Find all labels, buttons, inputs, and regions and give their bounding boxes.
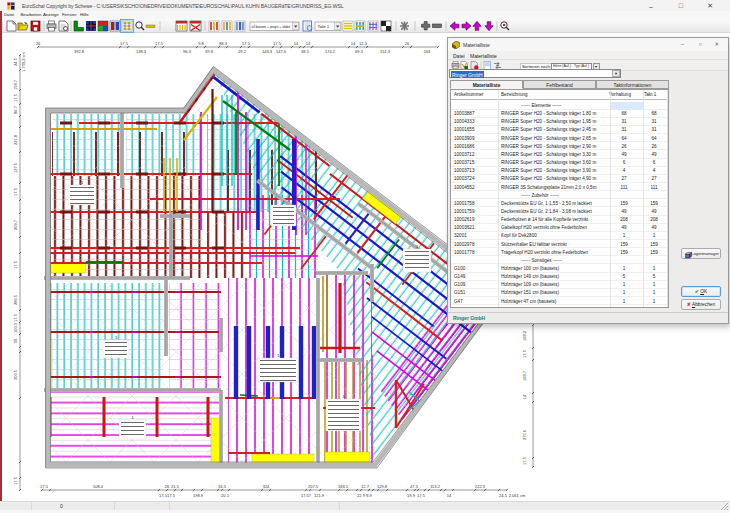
svg-text:17.5: 17.5 [242, 41, 251, 46]
svg-text:17.57: 17.57 [301, 493, 312, 498]
svg-text:14: 14 [306, 41, 311, 46]
svg-text:392.8: 392.8 [74, 49, 85, 54]
svg-text:129.8: 129.8 [377, 484, 388, 489]
svg-text:198.9: 198.9 [193, 493, 204, 498]
svg-text:29.2: 29.2 [238, 49, 247, 54]
svg-text:26: 26 [165, 484, 170, 489]
svg-text:26: 26 [36, 41, 41, 46]
svg-text:508.4: 508.4 [93, 484, 104, 489]
svg-text:22.9: 22.9 [357, 493, 366, 498]
svg-text:Takt 1: Takt 1 [318, 24, 330, 29]
svg-text:151.3: 151.3 [380, 49, 391, 54]
svg-text:14: 14 [447, 493, 452, 498]
svg-text:222.3: 222.3 [475, 484, 486, 489]
svg-text:19.9: 19.9 [407, 493, 416, 498]
svg-text:69.3: 69.3 [355, 49, 364, 54]
svg-text:17.5: 17.5 [120, 41, 129, 46]
svg-text:38.5: 38.5 [301, 49, 310, 54]
svg-text:209.7: 209.7 [13, 219, 18, 230]
svg-text:20.1: 20.1 [221, 493, 230, 498]
svg-text:113.2: 113.2 [430, 484, 440, 489]
svg-text:96.3: 96.3 [183, 49, 192, 54]
svg-text:17.5: 17.5 [273, 41, 282, 46]
svg-text:17.5: 17.5 [13, 313, 18, 322]
svg-text:26: 26 [405, 41, 410, 46]
svg-text:9.8: 9.8 [198, 41, 204, 46]
svg-text:275.6: 275.6 [522, 429, 527, 440]
svg-text:17.5: 17.5 [417, 493, 426, 498]
svg-text:17.5: 17.5 [155, 41, 164, 46]
svg-text:14: 14 [522, 394, 527, 399]
svg-text:221.8: 221.8 [13, 134, 18, 145]
svg-text:8.9: 8.9 [366, 493, 372, 498]
svg-text:17.5: 17.5 [40, 484, 49, 489]
svg-text:143.3: 143.3 [262, 49, 273, 54]
svg-text:24.5: 24.5 [13, 57, 18, 66]
svg-text:158.7: 158.7 [13, 79, 18, 90]
svg-text:12.7: 12.7 [361, 484, 370, 489]
svg-text:17.5: 17.5 [522, 456, 527, 465]
svg-text:39.8: 39.8 [205, 49, 214, 54]
svg-text:121.9: 121.9 [314, 493, 325, 498]
svg-text:100.3: 100.3 [13, 322, 18, 333]
svg-text:168.7: 168.7 [522, 370, 527, 381]
svg-text:174.1: 174.1 [325, 49, 336, 54]
svg-text:147.6: 147.6 [276, 49, 287, 54]
svg-text:12.3: 12.3 [359, 41, 368, 46]
svg-text:24.5: 24.5 [499, 493, 508, 498]
svg-text:168.2: 168.2 [522, 330, 527, 341]
svg-text:21.5: 21.5 [171, 484, 180, 489]
svg-text:17.5: 17.5 [522, 349, 527, 358]
svg-text:183.1: 183.1 [338, 484, 349, 489]
svg-text:47.5: 47.5 [410, 484, 419, 489]
svg-text:17.5: 17.5 [167, 493, 176, 498]
svg-text:207.5: 207.5 [308, 484, 319, 489]
svg-text:17.5: 17.5 [13, 93, 18, 102]
svg-text:17.5: 17.5 [13, 476, 18, 485]
svg-text:14: 14 [294, 41, 299, 46]
svg-text:88.3: 88.3 [219, 41, 228, 46]
svg-text:39: 39 [13, 338, 18, 343]
svg-text:all beams + props + slabs: all beams + props + slabs [252, 25, 291, 29]
svg-text:17.5: 17.5 [13, 260, 18, 269]
svg-text:324: 324 [263, 484, 270, 489]
svg-text:2.061 cm: 2.061 cm [509, 493, 526, 498]
svg-text:138.3: 138.3 [136, 49, 147, 54]
svg-text:17.5: 17.5 [13, 187, 18, 196]
svg-text:16.5: 16.5 [218, 484, 227, 489]
svg-text:300.5: 300.5 [13, 369, 18, 380]
svg-text:286.5: 286.5 [13, 294, 18, 305]
svg-text:1.739,2 cm: 1.739,2 cm [21, 51, 26, 71]
svg-text:127.5: 127.5 [13, 162, 18, 173]
svg-text:86.7: 86.7 [13, 105, 18, 114]
svg-text:163: 163 [424, 49, 431, 54]
svg-text:14: 14 [351, 41, 356, 46]
